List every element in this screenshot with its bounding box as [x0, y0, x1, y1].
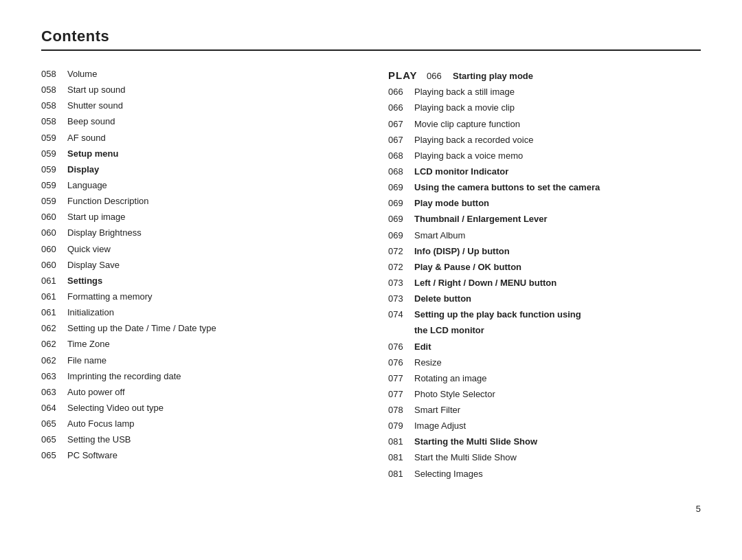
- toc-item-label: Play mode button: [414, 197, 489, 210]
- toc-page-num: 062: [41, 354, 67, 368]
- toc-item-label: Info (DISP) / Up button: [414, 245, 510, 258]
- toc-row: 073Delete button: [388, 292, 701, 306]
- toc-page-num: 061: [41, 306, 67, 320]
- toc-page-num: 066: [427, 69, 453, 83]
- toc-row: 067Movie clip capture function: [388, 117, 701, 131]
- toc-row: 065PC Software: [41, 449, 354, 462]
- toc-page-num: 059: [41, 147, 67, 161]
- toc-row: 076Edit: [388, 340, 701, 354]
- toc-row: 059AF sound: [41, 131, 354, 145]
- toc-row: 073Left / Right / Down / MENU button: [388, 276, 701, 290]
- toc-page-num: 072: [388, 245, 414, 258]
- toc-page-num: 059: [41, 163, 67, 177]
- toc-item-label: Settings: [67, 274, 102, 288]
- toc-item-label: Start up image: [67, 210, 126, 224]
- toc-item-label: Edit: [414, 340, 431, 354]
- toc-item-label: Shutter sound: [67, 99, 123, 113]
- toc-page-num: 060: [41, 243, 67, 256]
- toc-item-label: Display Save: [67, 258, 120, 272]
- toc-item-label: Playing back a recorded voice: [414, 133, 533, 147]
- toc-page-num: 073: [388, 292, 414, 306]
- toc-page-num: 078: [388, 403, 414, 417]
- toc-page-num: 068: [388, 149, 414, 163]
- title-divider: [41, 49, 701, 51]
- toc-row: 061Settings: [41, 274, 354, 288]
- toc-page-num: 076: [388, 356, 414, 370]
- toc-row: 059Setup menu: [41, 147, 354, 161]
- toc-row: 079Image Adjust: [388, 419, 701, 433]
- toc-page-num: 077: [388, 388, 414, 401]
- toc-item-label: Play & Pause / OK button: [414, 260, 521, 274]
- toc-item-label: File name: [67, 354, 106, 368]
- toc-item-label: Quick view: [67, 243, 111, 256]
- toc-row: 060Display Brightness: [41, 226, 354, 240]
- toc-page-num: 069: [388, 229, 414, 243]
- toc-item-label: Smart Album: [414, 229, 465, 243]
- toc-item-label: Thumbnail / Enlargement Lever: [414, 212, 548, 226]
- toc-row: 062Setting up the Date / Time / Date typ…: [41, 322, 354, 335]
- toc-row: 063Imprinting the recording date: [41, 370, 354, 383]
- toc-row: 078Smart Filter: [388, 403, 701, 417]
- toc-row: 064Selecting Video out type: [41, 401, 354, 415]
- toc-page-num: 081: [388, 467, 414, 481]
- toc-page-num: 061: [41, 290, 67, 304]
- toc-row: 058Beep sound: [41, 115, 354, 128]
- toc-item-label: Playing back a movie clip: [414, 101, 515, 115]
- toc-item-label: Selecting Video out type: [67, 401, 164, 415]
- toc-page-num: 065: [41, 449, 67, 462]
- left-column: 058Volume058Start up sound058Shutter sou…: [41, 67, 381, 465]
- toc-page-num: 058: [41, 99, 67, 113]
- toc-row: 081Start the Multi Slide Show: [388, 451, 701, 464]
- toc-item-label: Beep sound: [67, 115, 115, 128]
- toc-item-label: Auto Focus lamp: [67, 417, 135, 431]
- toc-row: 072Play & Pause / OK button: [388, 260, 701, 274]
- toc-page-num: 068: [388, 165, 414, 179]
- toc-row: 062Time Zone: [41, 337, 354, 351]
- toc-item-label: Initialization: [67, 306, 114, 320]
- toc-row: 059Language: [41, 179, 354, 192]
- toc-page-num: 063: [41, 370, 67, 383]
- toc-item-label: Movie clip capture function: [414, 117, 520, 131]
- toc-row: 062File name: [41, 354, 354, 368]
- toc-row: 067Playing back a recorded voice: [388, 133, 701, 147]
- toc-page-num: 059: [41, 179, 67, 192]
- toc-item-label: Language: [67, 179, 107, 192]
- toc-row: 060Start up image: [41, 210, 354, 224]
- toc-page-num: 069: [388, 197, 414, 210]
- toc-columns: 058Volume058Start up sound058Shutter sou…: [41, 67, 701, 483]
- play-tag: PLAY: [388, 67, 424, 83]
- toc-row: 072Info (DISP) / Up button: [388, 245, 701, 258]
- toc-page-num: 069: [388, 212, 414, 226]
- toc-page-num: 058: [41, 83, 67, 97]
- toc-item-label: Imprinting the recording date: [67, 370, 181, 383]
- toc-row: 060Quick view: [41, 243, 354, 256]
- toc-page-num: 067: [388, 133, 414, 147]
- right-column: PLAY066Starting play mode066Playing back…: [381, 67, 701, 483]
- toc-row: 058Volume: [41, 67, 354, 81]
- toc-page-num: 073: [388, 276, 414, 290]
- toc-row: 061Initialization: [41, 306, 354, 320]
- toc-page-num: 074: [388, 308, 414, 322]
- toc-item-label: Starting the Multi Slide Show: [414, 435, 537, 449]
- toc-row: PLAY066Starting play mode: [388, 67, 701, 83]
- toc-row: 069Smart Album: [388, 229, 701, 243]
- toc-row: 065Auto Focus lamp: [41, 417, 354, 431]
- toc-page-num: 065: [41, 417, 67, 431]
- toc-page-num: 079: [388, 419, 414, 433]
- toc-page-num: 077: [388, 372, 414, 385]
- toc-item-label: Smart Filter: [414, 403, 460, 417]
- toc-page-num: 060: [41, 226, 67, 240]
- toc-page-num: 060: [41, 258, 67, 272]
- toc-item-label: Resize: [414, 356, 442, 370]
- toc-item-label: Setting up the Date / Time / Date type: [67, 322, 216, 335]
- toc-page-num: 066: [388, 85, 414, 99]
- toc-row: 076Resize: [388, 356, 701, 370]
- toc-row: 081Selecting Images: [388, 467, 701, 481]
- toc-page-num: 067: [388, 117, 414, 131]
- toc-page-num: 059: [41, 194, 67, 208]
- toc-row: 059Function Description: [41, 194, 354, 208]
- toc-row: 066Playing back a movie clip: [388, 101, 701, 115]
- toc-row: 077Rotating an image: [388, 372, 701, 385]
- toc-item-label: Start up sound: [67, 83, 126, 97]
- toc-row: 058Start up sound: [41, 83, 354, 97]
